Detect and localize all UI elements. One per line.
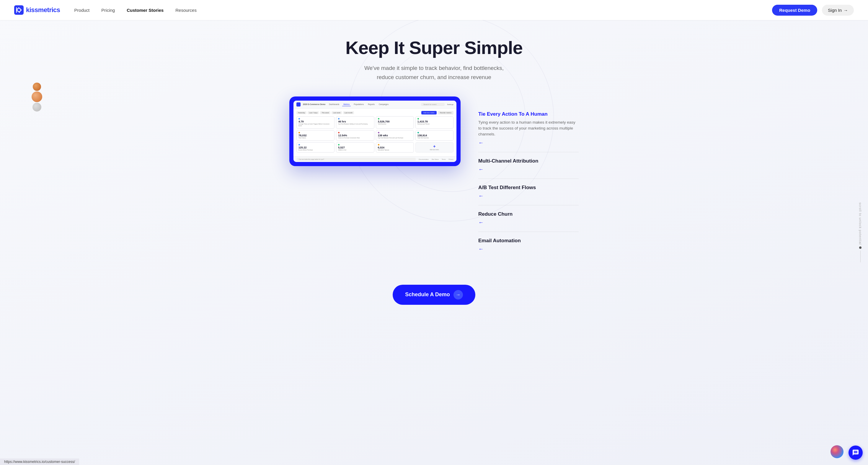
metric-dot-3	[417, 118, 419, 120]
footer-documentation[interactable]: Documentation	[418, 159, 429, 160]
feature-item-1[interactable]: Multi-Channel Attribution ←	[478, 152, 579, 179]
metric-dot-6	[378, 132, 379, 133]
nav-link-pricing[interactable]: Pricing	[101, 8, 115, 13]
logo-link[interactable]: kissmetrics	[14, 5, 60, 15]
metric-label-7: Total Site Searches	[417, 137, 452, 139]
metric-card-4: 78,032 Total Visitors	[297, 130, 335, 141]
metric-dot-7	[417, 132, 419, 133]
dashboard-footer: Can we make this page better for you? Do…	[293, 156, 457, 162]
nav-link-customer-stories[interactable]: Customer Stories	[127, 8, 163, 13]
footer-terms[interactable]: Terms	[442, 159, 446, 160]
feature-title-4: Email Automation	[478, 238, 579, 244]
footer-site-status[interactable]: Site Status	[432, 159, 439, 160]
chat-bubble-button[interactable]	[848, 445, 863, 460]
feature-title-2: A/B Test Different Flows	[478, 185, 579, 191]
filter-last-week[interactable]: Last week	[332, 111, 342, 114]
filter-last7[interactable]: Last 7 days	[308, 111, 319, 114]
request-demo-button[interactable]: Request Demo	[772, 5, 817, 15]
metric-card-9: 5,527 Added to Cart	[336, 142, 374, 153]
filter-this-week[interactable]: This week	[320, 111, 330, 114]
dash-tab-populations[interactable]: Populations	[352, 103, 365, 106]
dashboard-frame: 2020 E-Commerce Demo Dashboards Metrics …	[289, 97, 461, 166]
kissmetrics-logo-icon	[14, 5, 24, 15]
metric-card-6: 138 wks Avg Time Between First and Last …	[376, 130, 414, 141]
metric-card-0: 4.79 Average Times an Event Triggers Bef…	[297, 116, 335, 129]
metric-label-8: Events Before Purchase	[299, 149, 333, 151]
scroll-text: scroll to unlock potential	[859, 202, 862, 244]
metric-dot-1	[338, 118, 340, 120]
main-content: Keep It Super Simple We've made it simpl…	[0, 0, 868, 465]
feature-item-2[interactable]: A/B Test Different Flows ←	[478, 179, 579, 205]
decorative-ball-bottom-right	[830, 444, 844, 459]
dashboard-topbar: 2020 E-Commerce Demo Dashboards Metrics …	[293, 101, 457, 108]
metrics-row-2: 78,032 Total Visitors 12.54% Visitor-to-…	[297, 130, 454, 141]
feature-item-3[interactable]: Reduce Churn ←	[478, 205, 579, 232]
metric-value-1: 46 hrs	[338, 120, 372, 123]
dash-tab-metrics[interactable]: Metrics	[342, 103, 351, 106]
metric-label-1: Avg Time Between Adding to Cart and Purc…	[338, 123, 372, 125]
url-bar: https://www.kissmetrics.io/customer-succ…	[0, 459, 79, 465]
logo-text: kissmetrics	[26, 6, 60, 14]
sign-in-arrow-icon: →	[843, 8, 848, 13]
hero-subtitle: We've made it simple to track behavior, …	[351, 64, 517, 82]
dashboard-nav-tabs: Dashboards Metrics Populations Reports C…	[328, 103, 390, 106]
metric-value-6: 138 wks	[378, 134, 412, 137]
feature-item-0[interactable]: Tie Every Action To A Human Tying every …	[478, 105, 579, 152]
add-metric-label: Add new metric	[430, 149, 439, 151]
add-metric-button[interactable]: Add new metric	[421, 111, 437, 114]
metric-value-8: 125.22	[299, 146, 333, 149]
navigation: kissmetrics Product Pricing Customer Sto…	[0, 0, 868, 20]
filter-last-month[interactable]: Last month	[343, 111, 354, 114]
dashboard-inner: 2020 E-Commerce Demo Dashboards Metrics …	[293, 101, 457, 162]
add-metric-card[interactable]: + Add new metric	[415, 142, 454, 153]
feature-arrow-2: ←	[478, 193, 579, 199]
schedule-demo-button[interactable]: Schedule A Demo →	[393, 285, 475, 305]
sign-in-button[interactable]: Sign In →	[822, 5, 854, 15]
svg-rect-0	[14, 5, 24, 15]
filter-yesterday[interactable]: Yesterday	[297, 111, 306, 114]
schedule-demo-section: Schedule A Demo →	[0, 276, 868, 323]
dashboard-content: Yesterday Last 7 days This week Last wee…	[293, 108, 457, 156]
dash-tab-dashboards[interactable]: Dashboards	[328, 103, 340, 106]
metric-card-3: 1,415.78 Revenue per Person	[415, 116, 454, 129]
metric-dot-8	[299, 144, 300, 145]
dashboard-settings[interactable]: Settings	[447, 104, 454, 105]
metric-label-5: Visitor-to-Purchase Conversion Rate	[338, 137, 372, 139]
dash-tab-reports[interactable]: Reports	[367, 103, 376, 106]
nav-links: Product Pricing Customer Stories Resourc…	[74, 8, 772, 13]
metric-value-0: 4.79	[299, 120, 333, 123]
nav-link-product[interactable]: Product	[74, 8, 90, 13]
footer-privacy[interactable]: Privacy	[449, 159, 454, 160]
hero-section: Keep It Super Simple We've made it simpl…	[0, 20, 868, 91]
feature-title-0: Tie Every Action To A Human	[478, 111, 579, 117]
metric-dot-0	[299, 118, 300, 120]
nav-actions: Request Demo Sign In →	[772, 5, 854, 15]
dashboard-wrapper: 2020 E-Commerce Demo Dashboards Metrics …	[289, 97, 461, 166]
dashboard-logo	[297, 102, 301, 106]
dashboard-demo-label: 2020 E-Commerce Demo	[303, 103, 326, 105]
metric-label-0: Average Times an Event Triggers Before C…	[299, 123, 333, 127]
metric-value-4: 78,032	[299, 134, 333, 137]
reorder-metrics-button[interactable]: Reorder metrics	[438, 111, 454, 114]
metric-value-9: 5,527	[338, 146, 372, 149]
metric-card-8: 125.22 Events Before Purchase	[297, 142, 335, 153]
dashboard-search[interactable]: Search for event	[421, 103, 445, 106]
schedule-demo-arrow-icon: →	[454, 290, 463, 299]
svg-point-1	[831, 445, 843, 458]
metric-value-5: 12.54%	[338, 134, 372, 137]
metric-card-1: 46 hrs Avg Time Between Adding to Cart a…	[336, 116, 374, 129]
ball-top	[33, 82, 41, 91]
nav-link-resources[interactable]: Resources	[175, 8, 197, 13]
dash-tab-campaigns[interactable]: Campaigns	[378, 103, 390, 106]
hero-title: Keep It Super Simple	[6, 38, 862, 58]
feature-desc-0: Tying every action to a human makes it e…	[478, 120, 579, 137]
features-list: Tie Every Action To A Human Tying every …	[478, 97, 579, 258]
chat-icon	[852, 449, 859, 456]
feature-title-1: Multi-Channel Attribution	[478, 158, 579, 164]
feature-item-4[interactable]: Email Automation ←	[478, 232, 579, 258]
metric-dot-4	[299, 132, 300, 133]
feature-arrow-0: ←	[478, 140, 579, 146]
feedback-input[interactable]: Can we make this page better for you?	[297, 158, 416, 161]
feature-arrow-3: ←	[478, 220, 579, 226]
metric-card-7: 138,914 Total Site Searches	[415, 130, 454, 141]
